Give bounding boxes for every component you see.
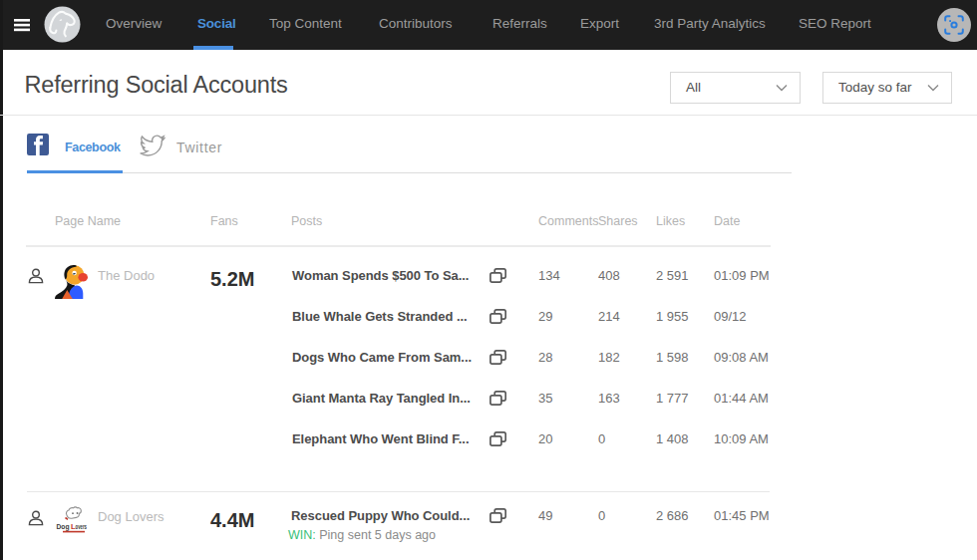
svg-text:Dog: Dog xyxy=(57,522,70,531)
svg-text:overs: overs xyxy=(76,522,88,531)
